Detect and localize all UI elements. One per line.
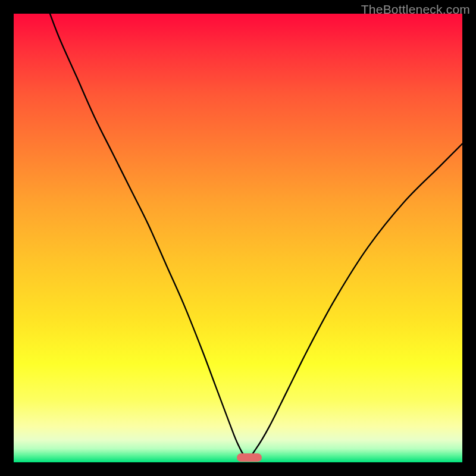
- chart-frame: TheBottleneck.com: [0, 0, 476, 476]
- bottleneck-curve: [14, 14, 462, 462]
- optimal-marker: [237, 453, 262, 462]
- plot-area: [14, 14, 462, 462]
